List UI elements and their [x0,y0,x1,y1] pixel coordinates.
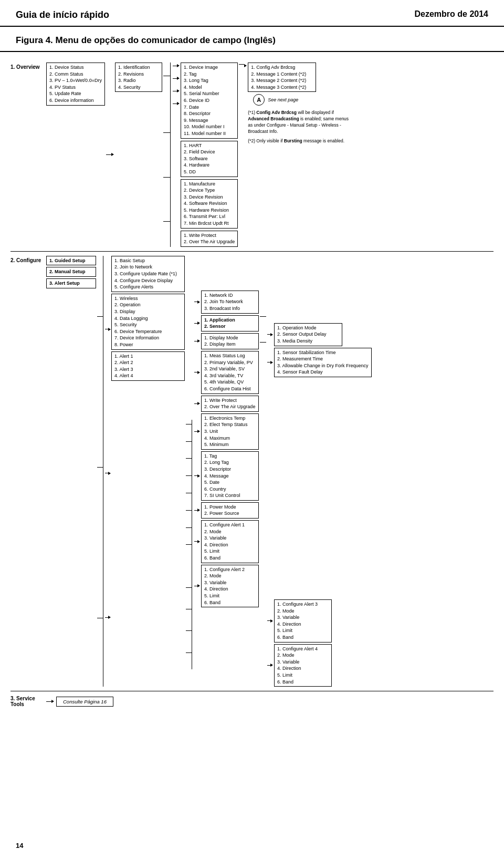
electronics-temp-box: 1. Electronics Temp 2. Elect Temp Status… [201,413,259,450]
operation-mode-box: 1. Operation Mode 2. Sensor Output Delay… [274,323,342,346]
overview-col1: 1. Device Status 2. Comm Status 3. PV – … [46,63,105,106]
see-next-page-label: See next page [268,97,298,102]
configure-alert3-box: 1. Configure Alert 3 2. Mode 3. Variable… [274,599,332,643]
power-box: 1. Power Mode 2. Power Source [201,502,259,519]
note1: (*1) Config Adv Brdcsg will be displayed… [248,110,353,135]
bracket-cfg-1-2 [97,256,103,687]
overview-col2: 1. Identification 2. Revisions 3. Radio … [115,63,162,92]
alert-items-box: 1. Alert 1 2. Alert 2 3. Alert 3 4. Aler… [111,351,185,381]
section-divider-1 [10,251,494,252]
guided-items-box: 1. Basic Setup 2. Join to Network 3. Con… [111,256,185,292]
header: Guia de início rápido Dezembro de 2014 [0,0,504,27]
device-info-box: 1. Tag 2. Long Tag 3. Descriptor 4. Mess… [201,451,259,501]
overview-section: 1. Overview 1. Device Status 2. Comm Sta… [10,63,494,247]
device-image-box: 1. Device Image 2. Tag 3. Long Tag 4. Mo… [181,63,238,139]
configure-alert4-row: 1. Configure Alert 4 2. Mode 3. Variable… [267,644,372,687]
network-box: 1. Network ID 2. Join To Network 3. Broa… [201,291,259,314]
service-tools-label: 3. Service Tools [10,696,46,707]
arrows-col3 [173,63,180,105]
config-adv-box: 1. Config Adv Brdcsg 2. Message 1 Conten… [248,63,316,92]
configure-col4: 1. Operation Mode 2. Sensor Output Delay… [267,256,372,687]
overview-col3: 1. Device Image 2. Tag 3. Long Tag 4. Mo… [181,63,238,247]
alert1-row: 1. Configure Alert 1 2. Mode 3. Variable… [194,520,259,563]
arrows-cfg-col2 [105,256,111,687]
manufacture-box: 1. Manufacture 2. Device Type 3. Device … [181,179,238,229]
configure-label: 2. Configure [10,256,46,263]
meas-log-box: 1. Meas Status Log 2. Primary Variable, … [201,351,259,394]
hart-box: 1. HART 2. Field Device 3. Software 4. H… [181,141,238,177]
sensor-stab-row: 1. Sensor Stabilization Time 2. Measurem… [267,348,372,377]
main-content: 1. Overview 1. Device Status 2. Comm Sta… [0,58,504,711]
operation-row: 1. Application 2. Sensor [194,315,259,331]
badge-a: A [253,94,265,106]
manual-items-box: 1. Wireless 2. Operation 3. Display 4. D… [111,294,185,350]
configure-alert3-row: 1. Configure Alert 3 2. Mode 3. Variable… [267,599,372,643]
overview-col4: 1. Config Adv Brdcsg 2. Message 1 Conten… [248,63,353,144]
configure-alert2-box: 1. Configure Alert 2 2. Mode 3. Variable… [201,565,259,608]
bracket-cfg-2-3 [186,256,192,687]
display-mode-box: 1. Display Mode 2. Display Item [201,333,259,349]
manual-setup-box: 2. Manual Setup [46,267,96,277]
section-divider-2 [10,691,494,691]
application-sensor-box: 1. Application 2. Sensor [201,315,259,331]
write-protect-overview-box: 1. Write Protect 2. Over The Air Upgrade [181,231,238,247]
configure-col1: 1. Guided Setup 2. Manual Setup 3. Alert… [46,256,96,288]
see-next-page-row: A See next page [253,94,298,106]
alert2-row: 1. Configure Alert 2 2. Mode 3. Variable… [194,565,259,608]
devtemp-row: 1. Electronics Temp 2. Elect Temp Status… [194,413,259,450]
security-row: 1. Write Protect 2. Over The Air Upgrade [194,396,259,412]
devinfo-row: 1. Tag 2. Long Tag 3. Descriptor 4. Mess… [194,451,259,501]
configure-section: 2. Configure 1. Guided Setup 2. Manual S… [10,256,494,687]
consult-page-16-button[interactable]: Consulte Página 16 [56,697,113,707]
page-title: Figura 4. Menu de opções do comunicador … [0,31,504,52]
configure-col2: 1. Basic Setup 2. Join to Network 3. Con… [111,256,185,381]
overview-col1-box: 1. Device Status 2. Comm Status 3. PV – … [46,63,105,106]
guided-setup-box: 1. Guided Setup [46,256,96,266]
header-title-right: Dezembro de 2014 [414,9,488,19]
overview-col2-box: 1. Identification 2. Revisions 3. Radio … [115,63,162,92]
bracket-cfg-3-4 [260,256,266,687]
notes-area: (*1) Config Adv Brdcsg will be displayed… [248,110,353,144]
operation-mode-row: 1. Operation Mode 2. Sensor Output Delay… [267,323,372,346]
overview-label: 1. Overview [10,63,46,70]
power-row: 1. Power Mode 2. Power Source [194,502,259,519]
note2: (*2) Only visible if Bursting message is… [248,138,353,144]
sensor-stab-box: 1. Sensor Stabilization Time 2. Measurem… [274,348,372,377]
footer-page-number: 14 [16,842,23,849]
configure-alert4-box: 1. Configure Alert 4 2. Mode 3. Variable… [274,644,332,687]
datalogging-row: 1. Meas Status Log 2. Primary Variable, … [194,351,259,394]
service-tools-section: 3. Service Tools Consulte Página 16 [10,696,494,707]
write-protect-cfg-box: 1. Write Protect 2. Over The Air Upgrade [201,396,259,412]
display-row: 1. Display Mode 2. Display Item [194,333,259,349]
configure-alert1-box: 1. Configure Alert 1 2. Mode 3. Variable… [201,520,259,563]
bracket-col2-col3 [163,63,171,247]
configure-col3: 1. Network ID 2. Join To Network 3. Broa… [194,256,259,607]
wireless-row: 1. Network ID 2. Join To Network 3. Broa… [194,291,259,314]
conn1 [106,153,114,156]
conn-col3-col4 [239,63,247,67]
page: Guia de início rápido Dezembro de 2014 F… [0,0,504,860]
alert-setup-box: 3. Alert Setup [46,278,96,288]
header-title-left: Guia de início rápido [16,9,109,20]
